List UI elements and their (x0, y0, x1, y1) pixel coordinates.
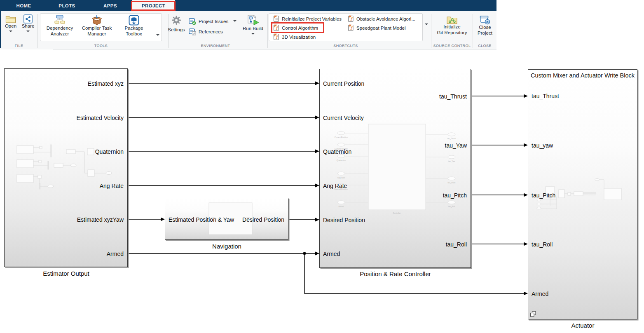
package-toolbox-label-line1: Package (125, 26, 143, 31)
group-divider (473, 14, 473, 48)
port-label: Current Position (323, 80, 364, 87)
model-canvas[interactable]: Estimated xyz Estimated Velocity Quatern… (0, 49, 644, 333)
navigation-block[interactable]: Estimated Position & Yaw Desired Positio… (165, 198, 288, 240)
project-issues-button[interactable]: Project Issues (189, 18, 228, 25)
port-label: tau_Pitch (443, 192, 467, 199)
port-label: Estimated Position & Yaw (169, 216, 234, 223)
open-dropdown-caret[interactable] (9, 30, 12, 32)
source-control-section-label: SOURCE CONTROL (432, 44, 472, 49)
position-rate-controller-name[interactable]: Position & Rate Controller (319, 270, 471, 277)
shortcut-label: Obstacle Avoidance Algori... (356, 16, 415, 21)
svg-text:Controller: Controller (393, 212, 401, 214)
shortcut-control-algorithm[interactable]: f Control Algorithm (273, 24, 318, 31)
share-dropdown-caret[interactable] (26, 30, 30, 32)
tab-project[interactable]: PROJECT (132, 0, 175, 11)
port-label: Ang Rate (100, 183, 124, 189)
port-label: Quaternion (95, 148, 124, 155)
actuator-block-title: Custom Mixer and Actuator Write Block (531, 72, 635, 79)
port-label: Armed (323, 251, 340, 257)
open-button[interactable]: Open (2, 14, 19, 32)
svg-text:Quaternion: Quaternion (337, 159, 346, 162)
dependency-analyzer-label-line1: Dependency (47, 26, 73, 31)
project-issues-icon (189, 18, 196, 25)
settings-button[interactable]: Settings (166, 15, 186, 33)
function-shortcut-icon: f (347, 24, 354, 31)
run-build-icon (247, 14, 259, 26)
tools-gallery-caret[interactable] (156, 34, 159, 36)
port-label: Estimated xyzYaw (77, 216, 124, 223)
open-label: Open (5, 23, 16, 29)
environment-section-label: ENVIRONMENT (173, 44, 258, 49)
svg-text:tau_Thrust: tau_Thrust (447, 138, 456, 140)
actuator-block[interactable]: Custom Mixer and Actuator Write Block ta… (528, 69, 637, 319)
port-label: tau_yaw (532, 142, 553, 149)
actuator-name[interactable]: Actuator (528, 322, 638, 329)
shortcut-label: Reinitialize Project Variables (282, 16, 342, 21)
port-label: Ang Rate (323, 183, 347, 189)
file-section-label: FILE (0, 44, 38, 49)
port-label: tau_Thrust (439, 93, 467, 100)
toolstrip-tab-bar: HOME PLOTS APPS PROJECT (0, 0, 496, 11)
compiler-task-manager-button[interactable]: Compiler Task Manager (78, 15, 115, 37)
group-divider (267, 14, 268, 48)
close-project-button[interactable]: Close Project (474, 15, 496, 36)
tab-plots[interactable]: PLOTS (49, 0, 84, 11)
shortcut-label: 3D Visualization (282, 35, 316, 40)
package-toolbox-icon (129, 15, 139, 26)
estimator-output-name[interactable]: Estimator Output (4, 270, 128, 277)
share-icon (23, 14, 33, 23)
svg-text:Ang Rate: Ang Rate (337, 177, 345, 179)
svg-text:Current Position: Current Position (335, 136, 348, 138)
close-project-icon (480, 15, 490, 25)
function-shortcut-icon: f (347, 15, 354, 22)
package-toolbox-label-line2: Toolbox (126, 31, 142, 37)
shortcut-label: Control Algorithm (282, 26, 318, 30)
shortcuts-gallery-caret[interactable] (425, 23, 428, 25)
dependency-analyzer-icon (54, 15, 66, 26)
script-shortcut-icon (273, 15, 279, 22)
port-label: tau_Roll (532, 241, 553, 248)
dependency-analyzer-button[interactable]: Dependency Analyzer (41, 15, 78, 37)
position-rate-controller-block[interactable]: Current Position Current Velocity Quater… (319, 69, 471, 268)
compiler-task-manager-label-line2: Manager (87, 31, 106, 37)
estimator-output-block[interactable]: Estimated xyz Estimated Velocity Quatern… (4, 68, 128, 267)
dependency-analyzer-label-line2: Analyzer (51, 31, 69, 37)
shortcuts-section-label: SHORTCUTS (269, 44, 423, 49)
tab-apps[interactable]: APPS (93, 0, 128, 11)
project-issues-label: Project Issues (199, 19, 228, 24)
run-build-button[interactable]: Run Build (241, 14, 265, 35)
initialize-git-label-line1: Initialize (443, 24, 461, 30)
toolstrip-ribbon: Open Share FILE Dependency Analyzer (0, 11, 496, 49)
shortcut-reinitialize-project-variables[interactable]: Reinitialize Project Variables (273, 15, 342, 22)
share-button[interactable]: Share (20, 14, 36, 32)
project-issues-caret[interactable] (233, 20, 237, 22)
port-label: tau_Pitch (532, 192, 555, 199)
close-project-label-line1: Close (479, 25, 491, 30)
shortcut-3d-visualization[interactable]: f 3D Visualization (273, 33, 316, 40)
package-toolbox-button[interactable]: Package Toolbox (115, 15, 152, 37)
references-button[interactable]: References (189, 28, 223, 35)
port-label: tau_Yaw (445, 142, 467, 149)
references-label: References (199, 29, 223, 34)
initialize-git-repository-button[interactable]: Initialize Git Repository (435, 15, 469, 35)
group-divider (37, 14, 38, 48)
port-label: tau_Roll (446, 241, 467, 248)
initialize-git-label-line2: Git Repository (437, 30, 467, 36)
git-repository-folder-icon (446, 15, 458, 24)
port-label: Desired Position (323, 217, 365, 223)
close-project-label-line2: Project (478, 30, 492, 36)
port-label: tau_Thrust (532, 93, 559, 99)
port-label: Armed (107, 251, 124, 257)
tab-home[interactable]: HOME (6, 0, 41, 11)
tools-section-label: TOOLS (40, 44, 162, 49)
navigation-name[interactable]: Navigation (165, 243, 289, 250)
run-build-caret[interactable] (251, 33, 255, 35)
shortcut-obstacle-avoidance[interactable]: f Obstacle Avoidance Algori... (347, 15, 415, 22)
shortcut-speedgoat-plant-model[interactable]: f Speedgoat Plant Model (347, 24, 406, 31)
group-divider (431, 14, 431, 48)
share-label: Share (22, 23, 35, 29)
close-section-label: CLOSE (473, 44, 496, 49)
svg-text:tau_Yaw: tau_Yaw (448, 160, 455, 162)
function-shortcut-icon: f (273, 33, 279, 40)
library-link-badge-icon (530, 311, 536, 317)
